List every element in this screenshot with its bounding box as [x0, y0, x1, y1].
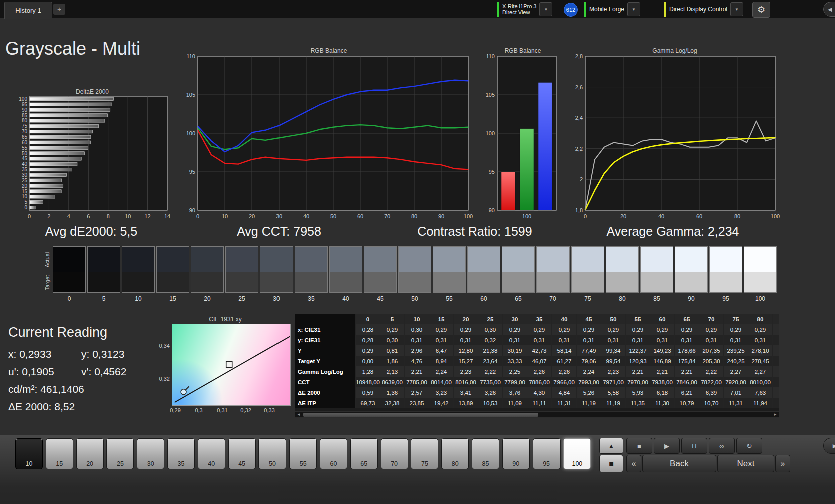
swatch-level-label: 70 — [536, 295, 570, 302]
gray-swatch-85: 85 — [640, 246, 673, 302]
table-cell: 33,33 — [503, 356, 527, 366]
svg-text:35: 35 — [22, 167, 28, 172]
table-cell: 205,30 — [699, 356, 724, 366]
next-button[interactable]: Next — [717, 455, 774, 472]
table-cell: 0,29 — [380, 324, 405, 335]
level-button-50[interactable]: 50 — [258, 438, 286, 469]
chevron-down-icon: ▼ — [735, 7, 739, 12]
gray-swatch-75: 75 — [571, 246, 604, 302]
swatch-level-label: 0 — [53, 295, 86, 302]
level-button-10[interactable]: 10 — [15, 438, 43, 469]
continuous-button[interactable]: ∞ — [709, 438, 735, 454]
extra-round-button[interactable]: ▶ — [823, 438, 835, 454]
swatch-target-color — [330, 272, 362, 293]
swatch-row-label-actual: Actual — [44, 248, 50, 271]
table-horizontal-scrollbar[interactable]: ◄ ► — [295, 411, 779, 418]
table-cell: 58,14 — [552, 345, 577, 356]
current-reading-title: Current Reading — [8, 325, 126, 340]
swatch-target-color — [122, 272, 154, 293]
level-button-60[interactable]: 60 — [320, 438, 347, 469]
swatch-level-label: 85 — [640, 295, 673, 302]
level-button-95[interactable]: 95 — [533, 438, 561, 469]
level-button-65[interactable]: 65 — [350, 438, 378, 469]
level-button-15[interactable]: 15 — [46, 438, 73, 469]
reading-luminance: cd/m²: 461,1406 — [8, 383, 84, 395]
swatch-level-label: 40 — [329, 295, 362, 302]
swatch-actual-color — [53, 247, 85, 272]
chevron-left-icon: ◀ — [828, 6, 832, 13]
settings-button[interactable]: ⚙ — [752, 2, 770, 18]
measurement-count-badge[interactable]: 612 — [564, 3, 578, 17]
level-button-85[interactable]: 85 — [472, 438, 499, 469]
source-module: Mobile Forge ▼ — [584, 2, 640, 17]
pause-button[interactable]: H — [681, 438, 707, 454]
scroll-left-arrow-icon[interactable]: ◄ — [295, 412, 302, 417]
level-button-75[interactable]: 75 — [411, 438, 438, 469]
level-button-100[interactable]: 100 — [563, 438, 591, 469]
chart-title: CIE 1931 xy — [159, 316, 292, 323]
table-row-label: y: CIE31 — [295, 335, 356, 345]
svg-text:0: 0 — [28, 213, 31, 219]
table-cell: 8014,00 — [429, 377, 454, 387]
table-cell: 149,23 — [650, 345, 675, 356]
page-next-button[interactable]: » — [775, 455, 790, 472]
play-button[interactable]: ▶ — [654, 438, 680, 454]
level-button-30[interactable]: 30 — [137, 438, 164, 469]
level-button-35[interactable]: 35 — [167, 438, 195, 469]
display-control-dropdown-button[interactable]: ▼ — [730, 2, 743, 16]
level-button-25[interactable]: 25 — [106, 438, 134, 469]
tab-history-1[interactable]: History 1 — [4, 2, 52, 19]
double-chevron-left-icon: « — [632, 459, 636, 468]
level-button-40[interactable]: 40 — [198, 438, 225, 469]
table-row-label: ΔE 2000 — [295, 387, 356, 398]
table-cell: 0,31 — [503, 335, 527, 345]
table-cell: 46,07 — [527, 356, 552, 366]
collapse-panel-button[interactable]: ◀ — [823, 2, 835, 17]
table-cell: 0,00 — [356, 356, 380, 366]
swatch-level-label: 80 — [606, 295, 639, 302]
level-button-45[interactable]: 45 — [228, 438, 256, 469]
table-cell: 7920,00 — [724, 377, 748, 387]
pattern-window-button[interactable]: ■ — [599, 455, 623, 472]
refresh-button[interactable]: ↻ — [736, 438, 762, 454]
level-button-55[interactable]: 55 — [289, 438, 317, 469]
swatch-actual-color — [364, 247, 396, 272]
level-button-90[interactable]: 90 — [502, 438, 530, 469]
stop-button[interactable]: ■ — [626, 438, 652, 454]
display-control-module: Direct Display Control ▼ — [664, 2, 743, 17]
add-tab-button[interactable]: + — [53, 4, 65, 15]
meter-dropdown-button[interactable]: ▼ — [539, 2, 552, 16]
swatch-actual-color — [502, 247, 534, 272]
cie-axis-tick: 0,31 — [217, 407, 227, 413]
level-button-20[interactable]: 20 — [76, 438, 104, 469]
table-cell: 2,21 — [650, 366, 675, 377]
table-column-header: 35 — [527, 314, 552, 324]
scroll-right-arrow-icon[interactable]: ► — [772, 412, 779, 417]
table-cell: 2,21 — [626, 366, 650, 377]
gray-swatch-10: 10 — [122, 246, 155, 302]
table-cell: 278,45 — [748, 356, 773, 366]
table-cell: 0,29 — [626, 324, 650, 335]
rgb-bar-chart-canvas: 1101051009590100 — [482, 54, 564, 222]
table-column-header: 8 — [773, 314, 780, 324]
scroll-up-button[interactable]: ▲ — [599, 438, 623, 454]
level-button-80[interactable]: 80 — [441, 438, 469, 469]
back-button[interactable]: Back — [642, 455, 716, 472]
scrollbar-thumb[interactable] — [303, 413, 538, 417]
svg-text:15: 15 — [22, 189, 28, 194]
gray-swatch-35: 35 — [295, 246, 328, 302]
grayscale-swatch-strip: 0510152025303540455055606570758085909510… — [53, 246, 777, 302]
table-cell: 1,28 — [356, 366, 380, 377]
source-name: Mobile Forge — [589, 2, 624, 17]
source-dropdown-button[interactable]: ▼ — [627, 2, 640, 16]
table-cell: 0,29 — [650, 324, 675, 335]
svg-text:0: 0 — [196, 213, 199, 219]
double-chevron-right-icon: » — [781, 459, 785, 468]
table-row: Y0,290,812,966,4712,8021,3830,1942,7358,… — [295, 345, 779, 356]
svg-text:10: 10 — [22, 194, 28, 199]
swatch-level-label: 95 — [709, 295, 742, 302]
level-button-70[interactable]: 70 — [381, 438, 408, 469]
swatch-actual-color — [675, 247, 707, 272]
table-cell: 32,38 — [380, 398, 405, 408]
page-prev-button[interactable]: « — [626, 455, 641, 472]
